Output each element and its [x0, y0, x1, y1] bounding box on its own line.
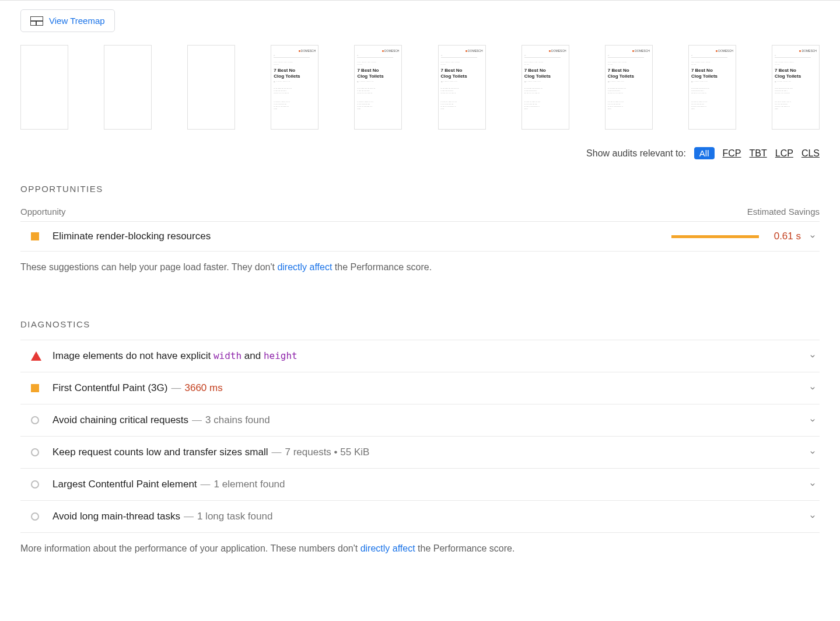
diagnostic-label: Largest Contentful Paint element—1 eleme… [52, 479, 806, 490]
filmstrip-thumbnail[interactable]: DOMESCH⌕······ · ········· · ······ · ··… [522, 45, 569, 130]
audits-filter-label: Show audits relevant to: [586, 148, 686, 159]
filter-lcp[interactable]: LCP [775, 148, 793, 159]
opportunity-bar [671, 235, 765, 238]
chevron-down-icon [806, 480, 820, 489]
diagnostics-note: More information about the performance o… [20, 543, 820, 554]
directly-affect-link-2[interactable]: directly affect [360, 543, 415, 553]
filter-cls[interactable]: CLS [802, 148, 820, 159]
directly-affect-link[interactable]: directly affect [277, 262, 332, 272]
filmstrip-thumbnail[interactable]: DOMESCH⌕······ · ········· · ······ · ··… [605, 45, 653, 130]
chevron-down-icon [806, 448, 820, 456]
severity-icon [20, 351, 52, 361]
filmstrip-thumbnail[interactable]: DOMESCH⌕······ · ········· · ······ · ··… [772, 45, 820, 130]
view-treemap-label: View Treemap [49, 16, 105, 26]
diagnostic-row[interactable]: Largest Contentful Paint element—1 eleme… [20, 469, 820, 501]
opportunities-heading: OPPORTUNITIES [20, 184, 820, 194]
filmstrip-thumbnail[interactable]: DOMESCH⌕······ · ········· · ······ · ··… [688, 45, 736, 130]
filmstrip: DOMESCH⌕······ · ········· · ······ · ··… [20, 45, 820, 130]
opportunities-col-savings: Estimated Savings [747, 207, 820, 217]
chevron-down-icon [806, 512, 820, 521]
chevron-down-icon [806, 352, 820, 360]
view-treemap-button[interactable]: View Treemap [20, 9, 115, 32]
chevron-down-icon [806, 416, 820, 424]
filter-tbt[interactable]: TBT [750, 148, 767, 159]
audits-filter-bar: Show audits relevant to: All FCP TBT LCP… [20, 147, 820, 159]
opportunities-col-opportunity: Opportunity [20, 207, 66, 217]
opportunity-savings: 0.61 s [765, 231, 806, 242]
diagnostic-row[interactable]: Keep request counts low and transfer siz… [20, 437, 820, 469]
severity-icon [20, 480, 52, 489]
diagnostic-label: Avoid chaining critical requests—3 chain… [52, 414, 806, 426]
severity-icon [20, 512, 52, 521]
filmstrip-thumbnail[interactable]: DOMESCH⌕······ · ········· · ······ · ··… [438, 45, 486, 130]
filmstrip-thumbnail[interactable]: DOMESCH⌕······ · ········· · ······ · ··… [354, 45, 402, 130]
diagnostic-label: Image elements do not have explicit widt… [52, 350, 806, 362]
severity-icon [20, 416, 52, 424]
diagnostic-row[interactable]: Avoid chaining critical requests—3 chain… [20, 404, 820, 437]
severity-icon [20, 448, 52, 456]
opportunity-label: Eliminate render-blocking resources [52, 231, 671, 242]
opportunities-note: These suggestions can help your page loa… [20, 262, 820, 273]
filter-all[interactable]: All [694, 147, 715, 159]
diagnostic-label: First Contentful Paint (3G)—3660 ms [52, 382, 806, 394]
filmstrip-thumbnail[interactable] [20, 45, 68, 130]
diagnostic-label: Keep request counts low and transfer siz… [52, 446, 806, 458]
opportunities-header-row: Opportunity Estimated Savings [20, 207, 820, 222]
filter-fcp[interactable]: FCP [723, 148, 741, 159]
opportunity-row[interactable]: Eliminate render-blocking resources0.61 … [20, 222, 820, 252]
chevron-down-icon [806, 384, 820, 392]
diagnostic-label: Avoid long main-thread tasks—1 long task… [52, 511, 806, 522]
diagnostic-row[interactable]: Image elements do not have explicit widt… [20, 340, 820, 372]
filmstrip-thumbnail[interactable] [104, 45, 152, 130]
diagnostics-heading: DIAGNOSTICS [20, 319, 820, 329]
chevron-down-icon [806, 232, 820, 240]
filmstrip-thumbnail[interactable] [187, 45, 235, 130]
diagnostic-row[interactable]: Avoid long main-thread tasks—1 long task… [20, 501, 820, 533]
severity-square-icon [20, 232, 52, 240]
filmstrip-thumbnail[interactable]: DOMESCH⌕······ · ········· · ······ · ··… [271, 45, 318, 130]
severity-icon [20, 384, 52, 392]
treemap-icon [30, 16, 43, 26]
diagnostic-row[interactable]: First Contentful Paint (3G)—3660 ms [20, 372, 820, 404]
